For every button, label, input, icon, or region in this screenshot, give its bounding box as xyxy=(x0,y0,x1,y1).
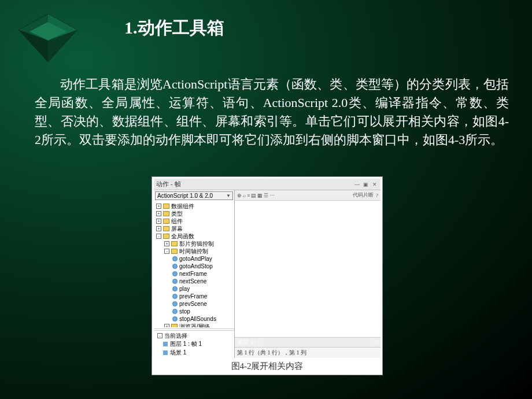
tree-item-label: 浏览器/网络 xyxy=(179,323,210,327)
tree-item-label: 全局函数 xyxy=(171,232,194,240)
expand-icon: + xyxy=(164,241,169,246)
collapse-icon: - xyxy=(157,333,162,338)
tree-item[interactable]: nextScene xyxy=(154,278,234,285)
figure-4-2: 动作 - 帧 — ▣ ✕ ActionScript 1.0 & 2.0 ▼ +数… xyxy=(152,176,383,375)
tree-item[interactable]: +数据组件 xyxy=(154,202,234,210)
chevron-down-icon: ▼ xyxy=(226,193,231,198)
layer-icon xyxy=(163,350,168,355)
tree-item[interactable]: +浏览器/网络 xyxy=(154,323,234,327)
tree-item[interactable]: stop xyxy=(154,308,234,315)
tree-item-label: gotoAndPlay xyxy=(179,255,212,263)
folder-icon xyxy=(163,226,169,231)
tree-item-label: 数据组件 xyxy=(171,202,194,210)
method-icon xyxy=(172,279,178,284)
toolbar-left-icons: ⊕⌕≡▤▦☰⋯ xyxy=(237,193,276,198)
script-toolbar[interactable]: ⊕⌕≡▤▦☰⋯ 代码片断 ? xyxy=(235,190,380,201)
actionscript-version-select[interactable]: ActionScript 1.0 & 2.0 ▼ xyxy=(155,191,233,200)
method-icon xyxy=(172,316,178,322)
tree-item[interactable]: gotoAndStop xyxy=(154,263,234,270)
script-pane: ⊕⌕≡▤▦☰⋯ 代码片断 ? 图层 1 : 1▭ 第 1 行（共 1 行），第 … xyxy=(235,190,380,358)
method-icon xyxy=(172,301,178,306)
tree-item[interactable]: -全局函数 xyxy=(154,232,234,240)
tree-item-label: stopAllSounds xyxy=(179,315,216,323)
status-line: 第 1 行（共 1 行），第 1 列 xyxy=(235,347,380,358)
tree-item-label: stop xyxy=(179,308,190,315)
tree-item-label: 类型 xyxy=(171,210,183,217)
navigator-item-label: 场景 1 xyxy=(170,349,186,356)
slide-title: 1.动作工具箱 xyxy=(124,16,224,40)
tree-item[interactable]: +影片剪辑控制 xyxy=(154,240,234,247)
method-icon xyxy=(172,294,178,299)
tree-item-label: 影片剪辑控制 xyxy=(179,240,214,247)
layer-tab: 图层 1 : 1▭ xyxy=(235,337,380,347)
tree-item-label: gotoAndStop xyxy=(179,263,213,270)
expand-icon: + xyxy=(156,219,161,224)
tree-item[interactable]: +类型 xyxy=(154,210,234,217)
code-snippet-label[interactable]: 代码片断 xyxy=(353,191,374,199)
tree-item[interactable]: nextFrame xyxy=(154,270,234,278)
tree-item-label: 组件 xyxy=(171,217,183,225)
expand-icon: + xyxy=(156,204,161,209)
folder-icon xyxy=(171,324,178,327)
folder-icon xyxy=(171,249,178,254)
layer-icon xyxy=(163,342,168,346)
panel-title-icons: — ▣ ✕ xyxy=(354,182,378,187)
tree-item-label: 屏幕 xyxy=(171,225,183,232)
tree-item[interactable]: prevFrame xyxy=(154,293,234,300)
tree-item-label: nextFrame xyxy=(179,270,207,278)
method-icon xyxy=(172,264,178,269)
folder-icon xyxy=(171,241,178,246)
collapse-icon: - xyxy=(156,234,161,239)
panel-title-text: 动作 - 帧 xyxy=(156,180,181,189)
actions-toolbox-pane: ActionScript 1.0 & 2.0 ▼ +数据组件+类型+组件+屏幕-… xyxy=(154,190,235,358)
tree-item[interactable]: gotoAndPlay xyxy=(154,255,234,263)
tree-item-label: nextScene xyxy=(179,278,206,285)
folder-icon xyxy=(163,219,169,224)
tree-item[interactable]: -时间轴控制 xyxy=(154,247,234,255)
navigator-item[interactable]: 场景 1 xyxy=(155,348,233,357)
folder-icon xyxy=(163,204,169,209)
slide-paragraph: 动作工具箱是浏览ActionScript语言元素（函数、类、类型等）的分类列表，… xyxy=(35,75,509,149)
tree-item[interactable]: stopAllSounds xyxy=(154,315,234,323)
figure-caption: 图4-2展开相关内容 xyxy=(154,358,380,373)
tree-item[interactable]: play xyxy=(154,285,234,293)
tree-item-label: prevFrame xyxy=(179,293,207,300)
actions-tree[interactable]: +数据组件+类型+组件+屏幕-全局函数+影片剪辑控制-时间轴控制gotoAndP… xyxy=(154,201,234,327)
method-icon xyxy=(172,286,178,291)
script-navigator[interactable]: - 当前选择 图层 1 : 帧 1场景 1 xyxy=(154,330,234,358)
method-icon xyxy=(172,271,178,276)
expand-icon: + xyxy=(156,211,161,216)
actions-panel-titlebar: 动作 - 帧 — ▣ ✕ xyxy=(154,179,380,190)
navigator-heading: 当前选择 xyxy=(164,332,187,339)
tree-item-label: 时间轴控制 xyxy=(179,247,208,255)
method-icon xyxy=(172,256,178,261)
script-text-area[interactable] xyxy=(235,201,380,337)
folder-icon xyxy=(163,211,169,216)
tree-item[interactable]: prevScene xyxy=(154,300,234,308)
expand-icon: + xyxy=(164,324,169,327)
navigator-item[interactable]: 图层 1 : 帧 1 xyxy=(155,339,233,348)
tree-item[interactable]: +屏幕 xyxy=(154,225,234,232)
tree-item-label: prevScene xyxy=(179,300,207,308)
expand-icon: + xyxy=(156,226,161,231)
help-icon[interactable]: ? xyxy=(376,193,378,198)
navigator-item-label: 图层 1 : 帧 1 xyxy=(170,340,202,348)
collapse-icon: - xyxy=(164,249,169,254)
folder-icon xyxy=(163,234,169,239)
tree-item[interactable]: +组件 xyxy=(154,217,234,225)
method-icon xyxy=(172,309,178,314)
tree-item-label: play xyxy=(179,285,190,293)
gem-icon xyxy=(16,10,80,65)
